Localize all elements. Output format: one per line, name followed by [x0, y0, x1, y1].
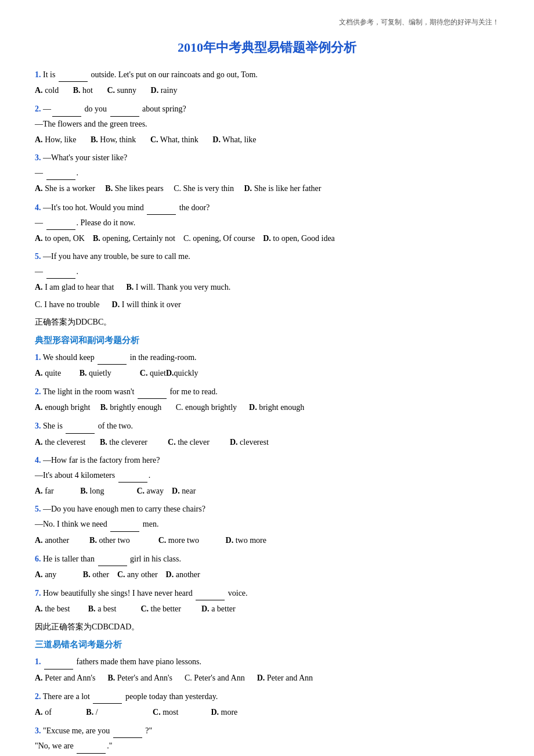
s2-q1-block: 1. We should keep in the reading-room. A… — [35, 350, 499, 380]
q2-options: A. How, like B. How, think C. What, thin… — [35, 132, 499, 147]
q3-subtext: — . — [35, 165, 499, 180]
s2-q7-block: 7. How beautifully she sings! I have nev… — [35, 585, 499, 616]
q5-text: —If you have any trouble, be sure to cal… — [43, 252, 190, 261]
q5-num: 5. — [35, 252, 41, 261]
q5-block: 5. —If you have any trouble, be sure to … — [35, 249, 499, 312]
q2-text: — do you about spring? — [43, 105, 186, 113]
q4-options: A. to open, OK B. opening, Certainly not… — [35, 231, 499, 246]
q5-options-row2: C. I have no trouble D. I will think it … — [35, 297, 499, 312]
top-note: 文档供参考，可复制、编制，期待您的好评与关注！ — [35, 17, 499, 27]
q4-subtext: — . Please do it now. — [35, 215, 499, 230]
q3-block: 3. —What's your sister like? — . A. She … — [35, 150, 499, 196]
s2-q2-block: 2. The light in the room wasn't for me t… — [35, 384, 499, 415]
q3-options: A. She is a worker B. She likes pears C.… — [35, 181, 499, 196]
section1-answer: 正确答案为DDCBC。 — [35, 315, 499, 329]
s3-q3-block: 3. "Excuse me, are you ?" "No, we are ."… — [35, 723, 499, 756]
section2-answer: 因此正确答案为CDBCDAD。 — [35, 620, 499, 634]
section2: 典型形容词和副词考题分析 1. We should keep in the re… — [35, 335, 499, 634]
page-title: 2010年中考典型易错题举例分析 — [35, 39, 499, 56]
section1-questions: 1. It is outside. Let's put on our rainc… — [35, 67, 499, 329]
section2-title: 典型形容词和副词考题分析 — [35, 335, 499, 346]
q4-num: 4. — [35, 203, 41, 212]
s2-q6-block: 6. He is taller than girl in his class. … — [35, 551, 499, 582]
s2-q4-block: 4. —How far is the factory from here? —I… — [35, 453, 499, 499]
q1-num: 1. — [35, 70, 41, 79]
s2-q5-block: 5. —Do you have enough men to carry thes… — [35, 502, 499, 548]
q2-num: 2. — [35, 105, 41, 113]
q4-text: —It's too hot. Would you mind the door? — [43, 203, 210, 212]
s3-q2-block: 2. There are a lot people today than yes… — [35, 689, 499, 719]
q2-block: 2. — do you about spring? —The flowers a… — [35, 101, 499, 147]
q1-options: A. cold B. hot C. sunny D. rainy — [35, 83, 499, 98]
q3-num: 3. — [35, 153, 41, 162]
section3-title: 三道易错名词考题分析 — [35, 639, 499, 650]
s2-q3-block: 3. She is of the two. A. the cleverest B… — [35, 418, 499, 449]
q5-options-row1: A. I am glad to hear that B. I will. Tha… — [35, 280, 499, 294]
q4-block: 4. —It's too hot. Would you mind the doo… — [35, 200, 499, 246]
section3: 三道易错名词考题分析 1. fathers made them have pia… — [35, 639, 499, 756]
s3-q1-block: 1. fathers made them have piano lessons.… — [35, 654, 499, 685]
q1-text: It is outside. Let's put on our raincoat… — [43, 70, 258, 79]
q5-subtext: — . — [35, 264, 499, 279]
q1-block: 1. It is outside. Let's put on our rainc… — [35, 67, 499, 98]
q3-text: —What's your sister like? — [43, 153, 127, 162]
q2-subtext: —The flowers and the green trees. — [35, 117, 499, 131]
